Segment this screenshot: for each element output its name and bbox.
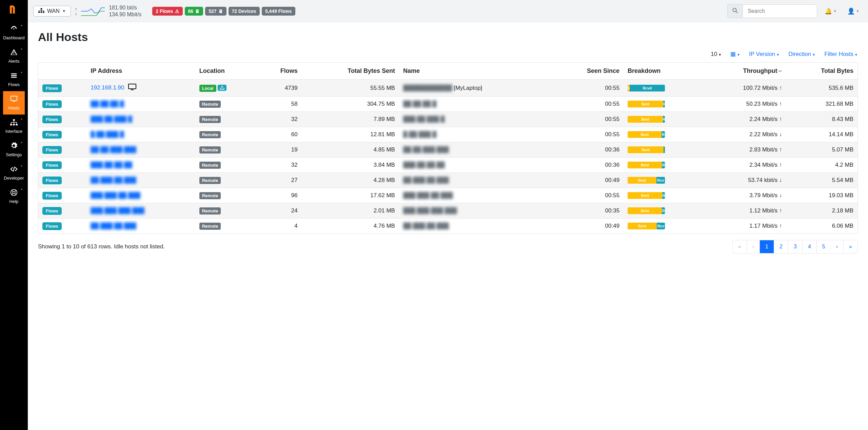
col-throughput[interactable]: Throughput﹀ bbox=[703, 63, 786, 80]
sidebar-item-label: Dashboard bbox=[3, 35, 25, 40]
location-badge-remote: Remote bbox=[199, 101, 221, 108]
svg-point-15 bbox=[733, 8, 736, 12]
page-prev[interactable]: ‹ bbox=[747, 240, 760, 253]
flows-button[interactable]: Flows bbox=[42, 100, 62, 108]
filter-hosts[interactable]: Filter Hosts▼ bbox=[824, 51, 858, 58]
ip-link[interactable]: ██.███.██.███ bbox=[91, 223, 136, 229]
sidebar-item-label: Interface bbox=[5, 129, 23, 134]
location-badge-remote: Remote bbox=[199, 177, 221, 184]
page-5[interactable]: 5 bbox=[817, 240, 831, 253]
location-badge-remote: Remote bbox=[199, 162, 221, 169]
user-menu-button[interactable]: 👤▼ bbox=[844, 5, 863, 18]
badge-count-gray[interactable]: 527🖥 bbox=[205, 7, 226, 16]
table-row: Flows███.██.██.██Remote323.84 MB███.██.█… bbox=[38, 158, 858, 173]
ip-link[interactable]: 192.168.1.90 bbox=[91, 84, 124, 91]
flows-button[interactable]: Flows bbox=[42, 116, 62, 123]
col-total-sent[interactable]: Total Bytes Sent bbox=[302, 63, 399, 80]
page-3[interactable]: 3 bbox=[788, 240, 803, 253]
bytes-sent: 2.01 MB bbox=[302, 203, 399, 219]
svg-rect-20 bbox=[220, 88, 221, 89]
bytes-sent: 304.75 MB bbox=[302, 97, 399, 112]
ip-version-filter[interactable]: IP Version▼ bbox=[749, 51, 780, 58]
flows-button[interactable]: Flows bbox=[42, 207, 62, 215]
table-filters: 10▼ ▦▼ IP Version▼ Direction▼ Filter Hos… bbox=[38, 50, 858, 58]
sort-desc-icon: ﹀ bbox=[778, 69, 782, 74]
page-last[interactable]: » bbox=[844, 240, 857, 253]
ip-link[interactable]: ███.██.██.██ bbox=[91, 162, 132, 168]
col-total-bytes[interactable]: Total Bytes bbox=[786, 63, 858, 80]
ip-link[interactable]: █.██.███.█ bbox=[91, 131, 124, 138]
col-breakdown[interactable]: Breakdown bbox=[624, 63, 703, 80]
caret-right-icon: ▸ bbox=[21, 117, 23, 121]
throughput: 2.22 Mbit/s bbox=[703, 127, 786, 142]
search-button[interactable] bbox=[727, 4, 743, 18]
interface-selector[interactable]: WAN ▼ bbox=[33, 6, 71, 17]
throughput: 53.74 kbit/s bbox=[703, 173, 786, 188]
flows-button[interactable]: Flows bbox=[42, 161, 62, 169]
columns-selector[interactable]: ▦▼ bbox=[730, 50, 740, 58]
svg-line-16 bbox=[736, 12, 738, 13]
flows-button[interactable]: Flows bbox=[42, 146, 62, 154]
location-badge-remote: Remote bbox=[199, 207, 221, 214]
svg-rect-7 bbox=[13, 124, 15, 126]
page-1[interactable]: 1 bbox=[760, 240, 774, 253]
sitemap-icon bbox=[38, 8, 44, 14]
ip-link[interactable]: ███.███.██.███ bbox=[91, 192, 140, 199]
sidebar-item-flows[interactable]: ▸Flows bbox=[3, 68, 25, 91]
seen-since: 00:49 bbox=[552, 219, 624, 234]
search-input[interactable] bbox=[743, 4, 817, 18]
table-row: Flows192.168.1.90Local473955.55 MB██████… bbox=[38, 80, 858, 97]
seen-since: 00:49 bbox=[552, 173, 624, 188]
sidebar-item-label: Alerts bbox=[8, 59, 19, 64]
logo[interactable] bbox=[8, 3, 20, 16]
sidebar-item-alerts[interactable]: ▸Alerts bbox=[3, 44, 25, 68]
flows-button[interactable]: Flows bbox=[42, 131, 62, 139]
sidebar-item-interface[interactable]: ▸Interface bbox=[3, 115, 25, 138]
traffic-sparkline bbox=[81, 6, 105, 16]
total-bytes: 6.06 MB bbox=[786, 219, 858, 234]
page-2[interactable]: 2 bbox=[774, 240, 788, 253]
ip-link[interactable]: ███.███.███.███ bbox=[91, 207, 144, 214]
breakdown-bar: SentR bbox=[628, 192, 665, 199]
throughput: 2.24 Mbit/s bbox=[703, 112, 786, 127]
flows-count: 4 bbox=[257, 219, 302, 234]
notifications-button[interactable]: 🔔▼ bbox=[821, 5, 840, 18]
badge-devices[interactable]: 72 Devices bbox=[229, 7, 260, 16]
col-flows[interactable]: Flows bbox=[257, 63, 302, 80]
page-next[interactable]: › bbox=[831, 240, 844, 253]
svg-rect-1 bbox=[11, 75, 17, 76]
page-size-selector[interactable]: 10▼ bbox=[711, 51, 722, 58]
ip-link[interactable]: ██.███.██.███ bbox=[91, 177, 136, 183]
sidebar-item-help[interactable]: ▸Help bbox=[3, 185, 25, 208]
sidebar-item-dashboard[interactable]: ▸Dashboard bbox=[3, 21, 25, 44]
sidebar-item-settings[interactable]: ▸Settings bbox=[3, 138, 25, 161]
col-name[interactable]: Name bbox=[399, 63, 552, 80]
flows-button[interactable]: Flows bbox=[42, 222, 62, 230]
location-badge-local: Local bbox=[199, 85, 216, 92]
flows-button[interactable]: Flows bbox=[42, 192, 62, 200]
flows-button[interactable]: Flows bbox=[42, 177, 62, 184]
col-seen-since[interactable]: Seen Since bbox=[552, 63, 624, 80]
ip-link[interactable]: ██.██.███.███ bbox=[91, 146, 136, 153]
badge-flows-total[interactable]: 5,449 Flows bbox=[262, 7, 295, 16]
caret-right-icon: ▸ bbox=[21, 70, 23, 74]
page-title: All Hosts bbox=[38, 30, 858, 44]
flows-button[interactable]: Flows bbox=[42, 84, 62, 92]
svg-rect-11 bbox=[41, 8, 42, 9]
ip-link[interactable]: ███.██.███.█ bbox=[91, 116, 132, 122]
col-location[interactable]: Location bbox=[195, 63, 257, 80]
host-name: [MyLaptop] bbox=[454, 85, 482, 91]
sidebar-item-developer[interactable]: ▸Developer bbox=[3, 161, 25, 185]
page-4[interactable]: 4 bbox=[803, 240, 817, 253]
breakdown-bar: SentR bbox=[628, 162, 665, 168]
sidebar-item-hosts[interactable]: ▸Hosts bbox=[3, 91, 25, 115]
direction-filter[interactable]: Direction▼ bbox=[788, 51, 815, 58]
badge-count-green[interactable]: 86🖥 bbox=[185, 7, 203, 16]
total-bytes: 535.6 MB bbox=[786, 80, 858, 97]
col-ip[interactable]: IP Address bbox=[86, 63, 195, 80]
page-first[interactable]: « bbox=[733, 240, 747, 253]
badge-flows-alert[interactable]: 2 Flows⚠ bbox=[152, 7, 182, 16]
total-bytes: 8.43 MB bbox=[786, 112, 858, 127]
ip-link[interactable]: ██.██.██.█ bbox=[91, 101, 124, 107]
flows-count: 32 bbox=[257, 158, 302, 173]
